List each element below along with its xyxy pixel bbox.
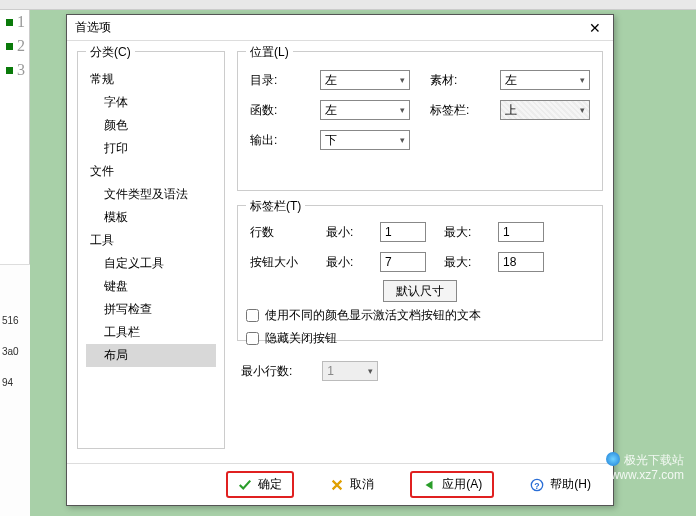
gutter-line: 2 xyxy=(0,34,29,58)
close-icon[interactable]: ✕ xyxy=(585,20,605,36)
position-groupbox: 位置(L) 目录: 左▾ 素材: 左▾ 函数: 左▾ 标签栏: 上▾ 输出: 下… xyxy=(237,51,603,191)
diffcolor-label: 使用不同的颜色显示激活文档按钮的文本 xyxy=(265,307,481,324)
chevron-down-icon: ▾ xyxy=(580,105,585,115)
tree-node-template[interactable]: 模板 xyxy=(86,206,216,229)
position-legend: 位置(L) xyxy=(246,44,293,61)
cancel-label: 取消 xyxy=(350,476,374,493)
settings-pane: 位置(L) 目录: 左▾ 素材: 左▾ 函数: 左▾ 标签栏: 上▾ 输出: 下… xyxy=(237,51,603,463)
tree-node-general[interactable]: 常规 xyxy=(86,68,216,91)
rows-label: 行数 xyxy=(250,224,312,241)
tree-node-print[interactable]: 打印 xyxy=(86,137,216,160)
minrows-row: 最小行数: 1▾ xyxy=(237,355,603,387)
category-groupbox: 分类(C) 常规 字体 颜色 打印 文件 文件类型及语法 模板 工具 自定义工具… xyxy=(77,51,225,449)
catalog-label: 目录: xyxy=(250,72,300,89)
btn-min-label: 最小: xyxy=(326,254,366,271)
dialog-button-bar: 确定 取消 应用(A) ? 帮助(H) xyxy=(67,463,613,505)
app-toolbar xyxy=(0,0,696,10)
btn-min-input[interactable] xyxy=(380,252,426,272)
tree-node-spellcheck[interactable]: 拼写检查 xyxy=(86,298,216,321)
chevron-down-icon: ▾ xyxy=(400,135,405,145)
help-button[interactable]: ? 帮助(H) xyxy=(524,473,597,496)
minrows-combo[interactable]: 1▾ xyxy=(322,361,378,381)
dialog-titlebar: 首选项 ✕ xyxy=(67,15,613,41)
tabbar-combo[interactable]: 上▾ xyxy=(500,100,590,120)
rows-min-label: 最小: xyxy=(326,224,366,241)
btnsize-label: 按钮大小 xyxy=(250,254,312,271)
hideclose-label: 隐藏关闭按钮 xyxy=(265,330,337,347)
tree-node-tools[interactable]: 工具 xyxy=(86,229,216,252)
diffcolor-checkbox[interactable] xyxy=(246,309,259,322)
help-icon: ? xyxy=(530,478,544,492)
output-combo[interactable]: 下▾ xyxy=(320,130,410,150)
tree-node-keyboard[interactable]: 键盘 xyxy=(86,275,216,298)
gutter-line: 3 xyxy=(0,58,29,82)
rows-min-input[interactable] xyxy=(380,222,426,242)
chevron-down-icon: ▾ xyxy=(368,366,373,376)
tree-node-color[interactable]: 颜色 xyxy=(86,114,216,137)
tree-node-file[interactable]: 文件 xyxy=(86,160,216,183)
output-label: 输出: xyxy=(250,132,300,149)
tabbar-label: 标签栏: xyxy=(430,102,480,119)
category-tree[interactable]: 常规 字体 颜色 打印 文件 文件类型及语法 模板 工具 自定义工具 键盘 拼写… xyxy=(86,64,216,440)
chevron-down-icon: ▾ xyxy=(580,75,585,85)
material-label: 素材: xyxy=(430,72,480,89)
tree-node-font[interactable]: 字体 xyxy=(86,91,216,114)
rows-max-input[interactable] xyxy=(498,222,544,242)
hideclose-checkbox[interactable] xyxy=(246,332,259,345)
btn-max-input[interactable] xyxy=(498,252,544,272)
tabbar-legend: 标签栏(T) xyxy=(246,198,305,215)
chevron-down-icon: ▾ xyxy=(400,105,405,115)
tree-node-filetype[interactable]: 文件类型及语法 xyxy=(86,183,216,206)
apply-icon xyxy=(422,478,436,492)
tabbar-groupbox: 标签栏(T) 行数 最小: 最大: 按钮大小 最小: 最大: 默认尺寸 使用不 xyxy=(237,205,603,341)
tree-node-toolbar[interactable]: 工具栏 xyxy=(86,321,216,344)
minrows-label: 最小行数: xyxy=(241,363,292,380)
ok-button[interactable]: 确定 xyxy=(226,471,294,498)
function-label: 函数: xyxy=(250,102,300,119)
cancel-button[interactable]: 取消 xyxy=(324,473,380,496)
tree-node-layout[interactable]: 布局 xyxy=(86,344,216,367)
check-icon xyxy=(238,478,252,492)
preferences-dialog: 首选项 ✕ 分类(C) 常规 字体 颜色 打印 文件 文件类型及语法 模板 工具… xyxy=(66,14,614,506)
apply-button[interactable]: 应用(A) xyxy=(410,471,494,498)
svg-text:?: ? xyxy=(535,480,540,490)
rows-max-label: 最大: xyxy=(444,224,484,241)
material-combo[interactable]: 左▾ xyxy=(500,70,590,90)
ok-label: 确定 xyxy=(258,476,282,493)
help-label: 帮助(H) xyxy=(550,476,591,493)
default-size-button[interactable]: 默认尺寸 xyxy=(383,280,457,302)
btn-max-label: 最大: xyxy=(444,254,484,271)
apply-label: 应用(A) xyxy=(442,476,482,493)
dialog-title: 首选项 xyxy=(75,19,585,36)
chevron-down-icon: ▾ xyxy=(400,75,405,85)
catalog-combo[interactable]: 左▾ xyxy=(320,70,410,90)
function-combo[interactable]: 左▾ xyxy=(320,100,410,120)
cross-icon xyxy=(330,478,344,492)
gutter-line: 1 xyxy=(0,10,29,34)
category-legend: 分类(C) xyxy=(86,44,135,61)
tree-node-customtools[interactable]: 自定义工具 xyxy=(86,252,216,275)
